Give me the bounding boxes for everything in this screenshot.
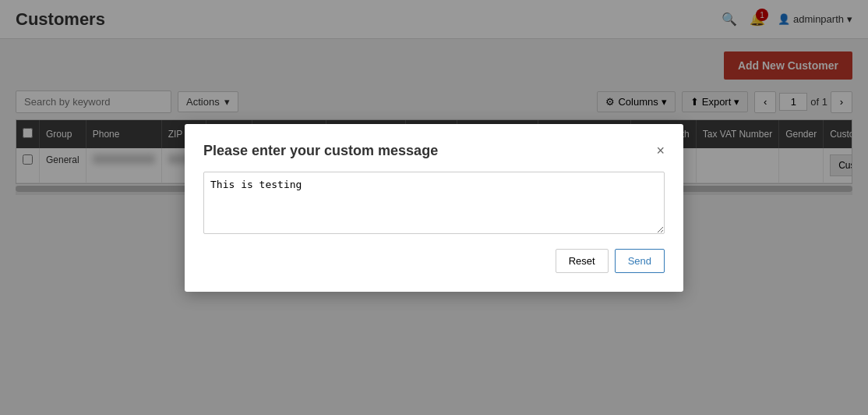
modal-overlay: Please enter your custom message × This … <box>0 0 868 415</box>
modal-close-button[interactable]: × <box>656 144 665 158</box>
modal-header: Please enter your custom message × <box>203 143 665 159</box>
page-wrapper: Customers 🔍 🔔 1 👤 adminparth ▾ Add New C… <box>0 0 868 415</box>
modal-textarea[interactable]: This is testing <box>203 172 665 234</box>
modal-title: Please enter your custom message <box>203 143 438 159</box>
modal-dialog: Please enter your custom message × This … <box>185 124 683 292</box>
send-button[interactable]: Send <box>615 249 665 273</box>
modal-footer: Reset Send <box>203 249 665 273</box>
reset-button[interactable]: Reset <box>556 249 609 273</box>
